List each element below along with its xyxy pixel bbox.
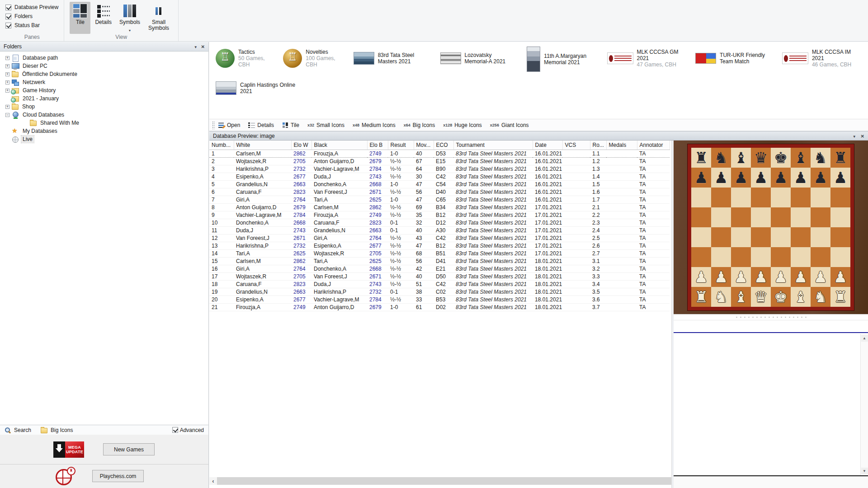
column-header-tournament[interactable]: Tournament	[453, 141, 533, 150]
game-row[interactable]: 20Esipenko,A2677Vachier-Lagrave,M2784½-½…	[209, 296, 670, 303]
toolbar-big-icons-button[interactable]: x64Big Icons	[404, 122, 435, 128]
game-row[interactable]: 13Harikrishna,P2732Esipenko,A2677½-½47B1…	[209, 242, 670, 249]
board-square[interactable]	[830, 207, 850, 227]
board-square[interactable]: ♟	[830, 267, 850, 287]
board-square[interactable]: ♟	[711, 267, 731, 287]
board-square[interactable]: ♞	[711, 148, 731, 168]
board-square[interactable]	[830, 188, 850, 207]
tree-expander-icon[interactable]	[5, 72, 9, 76]
folder-item-shared-with-me[interactable]: Shared With Me	[0, 119, 208, 127]
folder-item-shop[interactable]: Shop	[0, 103, 208, 111]
tree-expander-icon[interactable]	[5, 56, 9, 60]
board-square[interactable]: ♟	[811, 267, 830, 287]
toolbar-medium-icons-button[interactable]: x48Medium Icons	[353, 122, 396, 128]
board-square[interactable]: ♟	[771, 168, 791, 188]
new-games-button[interactable]: New Games	[103, 443, 155, 455]
board-square[interactable]	[731, 188, 751, 207]
column-header-elo-b[interactable]: Elo B	[367, 141, 388, 150]
toolbar-details-button[interactable]: Details	[248, 122, 274, 128]
db-tile-tur-ukr-friendly-team-match[interactable]: TUR-UKR Friendly Team Match	[693, 46, 774, 71]
board-square[interactable]	[811, 227, 830, 247]
db-tile-83rd-tata-steel-masters-2021[interactable]: 83rd Tata Steel Masters 2021	[351, 46, 432, 71]
game-row[interactable]: 17Wojtaszek,R2705Van Foreest,J2671½-½40D…	[209, 272, 670, 280]
board-square[interactable]: ♜	[830, 148, 850, 168]
vertical-scrollbar[interactable]	[860, 334, 868, 475]
game-row[interactable]: 15Carlsen,M2862Tari,A2625½-½56D4183rd Ta…	[209, 257, 670, 265]
horizontal-scrollbar[interactable]	[209, 477, 671, 485]
board-square[interactable]	[791, 227, 811, 247]
board-square[interactable]	[751, 188, 771, 207]
toolbar-open-button[interactable]: Open	[218, 122, 240, 128]
board-square[interactable]: ♞	[811, 148, 830, 168]
game-row[interactable]: 5Grandelius,N2663Donchenko,A26681-047C54…	[209, 180, 670, 188]
game-row[interactable]: 16Giri,A2764Donchenko,A2668½-½42E2183rd …	[209, 265, 670, 272]
board-square[interactable]	[830, 247, 850, 267]
board-square[interactable]: ♞	[811, 287, 830, 307]
game-row[interactable]: 9Vachier-Lagrave,M2784Firouzja,A2749½-½3…	[209, 211, 670, 219]
board-square[interactable]: ♟	[731, 168, 751, 188]
folder-item-my-databases[interactable]: My Databases	[0, 127, 208, 135]
scroll-down-icon[interactable]	[861, 468, 868, 474]
board-square[interactable]	[771, 227, 791, 247]
view-details-button[interactable]: Details	[92, 2, 115, 34]
tree-expander-icon[interactable]	[5, 80, 9, 84]
board-square[interactable]: ♟	[691, 168, 711, 188]
column-header-white[interactable]: White	[234, 141, 291, 150]
board-square[interactable]: ♟	[751, 267, 771, 287]
pane-toggle-database-preview[interactable]: Database Preview	[5, 4, 58, 10]
board-square[interactable]: ♚	[771, 287, 791, 307]
board-square[interactable]	[691, 207, 711, 227]
board-square[interactable]: ♟	[791, 168, 811, 188]
toolbar-grip[interactable]	[212, 121, 215, 129]
game-row[interactable]: 6Caruana,F2823Van Foreest,J2671½-½56D408…	[209, 188, 670, 196]
mega-update-logo[interactable]: MEGA UPDATE	[53, 441, 84, 458]
toolbar-small-icons-button[interactable]: x32Small Icons	[307, 122, 344, 128]
folder-item-game-history[interactable]: Game History	[0, 86, 208, 94]
board-square[interactable]	[811, 188, 830, 207]
board-square[interactable]	[691, 188, 711, 207]
board-square[interactable]: ♟	[830, 168, 850, 188]
scrollbar-track[interactable]	[217, 477, 671, 485]
board-square[interactable]: ♝	[731, 287, 751, 307]
game-row[interactable]: 3Harikrishna,P2732Vachier-Lagrave,M2784½…	[209, 165, 670, 173]
view-small-symbols-button[interactable]: Small Symbols	[145, 2, 173, 34]
toolbar-huge-icons-button[interactable]: x128Huge Icons	[443, 122, 482, 128]
tree-expander-icon[interactable]	[5, 89, 9, 93]
board-square[interactable]: ♜	[691, 287, 711, 307]
db-tile-novelties[interactable]: Novelties100 Games, CBH	[280, 46, 345, 71]
scroll-left-icon[interactable]	[209, 477, 217, 485]
db-tile-caplin-hastings-online-2021[interactable]: Caplin Hastings Online 2021	[213, 75, 302, 101]
column-header-vcs[interactable]: VCS	[562, 141, 590, 150]
board-square[interactable]	[731, 207, 751, 227]
folder-item-cloud-databases[interactable]: Cloud Databases	[0, 111, 208, 119]
notation-panel[interactable]	[674, 333, 868, 476]
search-label[interactable]: Search	[14, 427, 31, 433]
game-row[interactable]: 18Caruana,F2823Duda,J2743½-½51C4283rd Ta…	[209, 280, 670, 288]
board-resize-handle[interactable]	[674, 314, 868, 320]
board-square[interactable]	[691, 227, 711, 247]
view-tile-button[interactable]: Tile	[70, 2, 90, 34]
column-header-numb[interactable]: Numb...	[209, 141, 234, 150]
column-header-annotator[interactable]: Annotator	[637, 141, 670, 150]
folder-item-2021-january[interactable]: 2021 - January	[0, 94, 208, 103]
board-square[interactable]	[811, 247, 830, 267]
column-header-mov[interactable]: Mov...	[414, 141, 434, 150]
board-square[interactable]	[711, 247, 731, 267]
board-square[interactable]: ♞	[711, 287, 731, 307]
board-square[interactable]: ♜	[691, 148, 711, 168]
scroll-up-icon[interactable]	[861, 335, 868, 342]
board-square[interactable]: ♚	[771, 148, 791, 168]
board-square[interactable]	[811, 207, 830, 227]
board-square[interactable]: ♟	[711, 168, 731, 188]
board-square[interactable]: ♟	[771, 267, 791, 287]
playchess-button[interactable]: Playchess.com	[92, 470, 144, 482]
game-row[interactable]: 8Anton Guijarro,D2679Carlsen,M2862½-½69B…	[209, 203, 670, 211]
board-square[interactable]: ♝	[791, 148, 811, 168]
board-square[interactable]: ♝	[791, 287, 811, 307]
board-square[interactable]	[711, 207, 731, 227]
db-tile-11th-a-margaryan-memorial-2021[interactable]: 11th A.Margaryan Memorial 2021	[524, 46, 599, 73]
game-row[interactable]: 2Wojtaszek,R2705Anton Guijarro,D2679½-½6…	[209, 157, 670, 165]
game-row[interactable]: 21Firouzja,A2749Anton Guijarro,D26791-06…	[209, 303, 670, 311]
game-row[interactable]: 10Donchenko,A2668Caruana,F28230-132D1283…	[209, 219, 670, 226]
view-mode-label[interactable]: Big Icons	[51, 427, 73, 433]
